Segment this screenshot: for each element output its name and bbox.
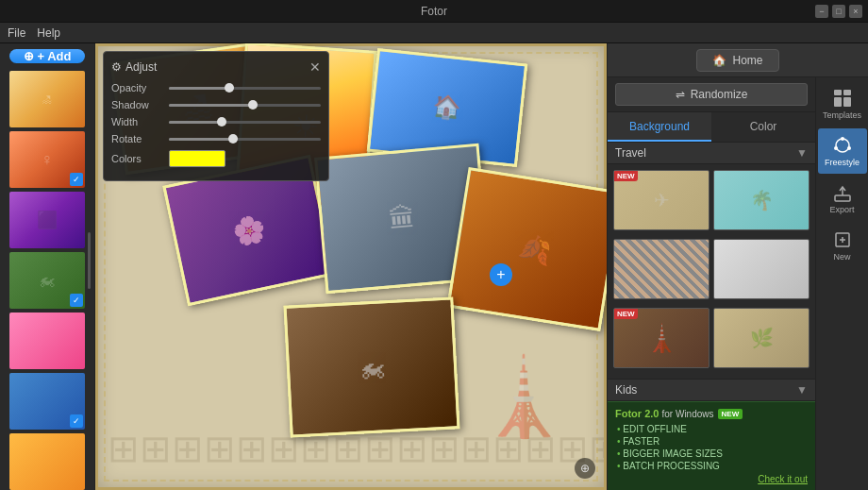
randomize-label: Randomize — [691, 88, 748, 101]
colors-label: Colors — [111, 153, 163, 164]
collage-photo[interactable]: 🍂 — [446, 167, 608, 331]
tab-color[interactable]: Color — [711, 112, 815, 142]
template-item[interactable]: 🌿 — [713, 308, 810, 368]
adjust-panel-header: ⚙ Adjust ✕ — [111, 59, 321, 75]
app-title: Fotor — [421, 5, 447, 18]
promo-features-list: EDIT OFFLINE FASTER BIGGER IMAGE SIZES B… — [615, 423, 808, 472]
home-button[interactable]: 🏠 Home — [696, 49, 778, 72]
menu-file[interactable]: File — [8, 26, 25, 40]
new-label: New — [833, 252, 850, 262]
add-label: + Add — [38, 49, 72, 63]
gear-icon: ⚙ — [111, 60, 122, 74]
chevron-down-icon: ▼ — [796, 146, 808, 160]
rotate-label: Rotate — [111, 133, 163, 144]
add-button[interactable]: ⊕ + Add — [9, 49, 85, 63]
template-item[interactable]: 🌴 — [713, 170, 810, 230]
zoom-button[interactable]: ⊕ — [575, 458, 595, 479]
promo-title-text: Fotor 2.0 for Windows — [615, 408, 714, 419]
export-label: Export — [829, 205, 854, 214]
category-selector[interactable]: Travel ▼ — [608, 143, 815, 164]
svg-rect-0 — [834, 90, 842, 95]
svg-rect-2 — [834, 97, 842, 107]
close-btn[interactable]: × — [849, 5, 862, 18]
add-photo-circle[interactable]: + — [490, 263, 512, 286]
freestyle-label: Freestyle — [825, 158, 860, 167]
shadow-row: Shadow — [111, 99, 321, 110]
shuffle-icon: ⇌ — [676, 88, 685, 101]
panel-tabs: Background Color — [608, 112, 815, 143]
colors-row: Colors — [111, 150, 321, 167]
tab-background[interactable]: Background — [608, 112, 711, 142]
photo-thumb[interactable]: 🏖 — [9, 71, 85, 127]
width-slider[interactable] — [169, 121, 321, 124]
title-bar: Fotor − □ × — [0, 0, 868, 23]
adjust-label: Adjust — [125, 60, 157, 74]
photo-thumb[interactable] — [9, 433, 85, 490]
promo-new-badge: NEW — [718, 409, 743, 419]
category-name: Travel — [615, 146, 646, 160]
main-layout: ⊕ + Add 🏖 ♀ ✓ ⬛ 🏍 ✓ ✓ — [0, 43, 868, 490]
photo-thumb[interactable]: 🏍 ✓ — [9, 252, 85, 309]
eiffel-decoration: 🗼 — [462, 322, 585, 473]
window-controls[interactable]: − □ × — [815, 5, 862, 18]
svg-point-4 — [836, 139, 849, 152]
templates-label: Templates — [823, 110, 861, 120]
opacity-row: Opacity — [111, 82, 321, 93]
left-sidebar: ⊕ + Add 🏖 ♀ ✓ ⬛ 🏍 ✓ ✓ — [0, 43, 94, 490]
photo-thumb[interactable] — [9, 313, 85, 369]
color-swatch[interactable] — [169, 150, 225, 167]
template-item[interactable]: NEW 🗼 — [613, 308, 709, 368]
svg-rect-1 — [843, 90, 851, 95]
svg-point-5 — [841, 137, 844, 141]
promo-feature: BIGGER IMAGE SIZES — [617, 448, 808, 460]
promo-feature: EDIT OFFLINE — [617, 423, 808, 435]
panel-main: ⇌ Randomize Background Color Travel — [608, 77, 868, 490]
svg-rect-8 — [835, 195, 850, 201]
home-label: Home — [732, 54, 762, 67]
template-item[interactable] — [713, 239, 810, 299]
templates-icon — [832, 88, 853, 109]
scroll-indicator — [88, 232, 91, 289]
width-label: Width — [111, 116, 163, 127]
adjust-close-button[interactable]: ✕ — [309, 59, 321, 75]
right-section: 🏠 Home ⇌ Randomize Backgro — [608, 43, 868, 490]
minimize-btn[interactable]: − — [815, 5, 828, 18]
photo-thumb[interactable]: ⬛ — [9, 192, 85, 248]
check-icon: ✓ — [70, 414, 83, 428]
freestyle-icon — [832, 135, 853, 156]
opacity-slider[interactable] — [169, 87, 321, 90]
promo-banner: Fotor 2.0 for Windows NEW EDIT OFFLINE F… — [608, 401, 815, 490]
export-icon — [832, 182, 853, 203]
category-selector-2[interactable]: Kids ▼ — [608, 379, 815, 401]
home-section: 🏠 Home — [615, 49, 860, 72]
sidebar-item-new[interactable]: New — [818, 223, 867, 268]
collage-photo[interactable]: 🏍 — [283, 296, 459, 437]
opacity-label: Opacity — [111, 82, 163, 93]
rotate-row: Rotate — [111, 133, 321, 144]
home-icon: 🏠 — [712, 54, 726, 67]
tab-background-label: Background — [629, 120, 690, 133]
sidebar-item-templates[interactable]: Templates — [818, 81, 867, 127]
chevron-down-icon-2: ▼ — [796, 383, 808, 397]
template-item[interactable]: NEW ✈ — [613, 170, 709, 230]
svg-rect-3 — [843, 97, 851, 107]
maximize-btn[interactable]: □ — [832, 5, 845, 18]
add-icon: ⊕ — [24, 49, 34, 63]
randomize-section: ⇌ Randomize — [608, 77, 815, 112]
template-item[interactable] — [613, 239, 709, 299]
menu-help[interactable]: Help — [37, 26, 60, 40]
check-out-link[interactable]: Check it out — [615, 474, 808, 484]
shadow-slider[interactable] — [169, 104, 321, 107]
check-icon: ✓ — [70, 173, 83, 186]
photo-thumb[interactable]: ✓ — [9, 373, 85, 430]
menu-bar: File Help — [0, 23, 868, 43]
randomize-button[interactable]: ⇌ Randomize — [615, 83, 808, 106]
shadow-label: Shadow — [111, 99, 163, 110]
sidebar-item-freestyle[interactable]: Freestyle — [818, 128, 867, 174]
new-icon — [832, 229, 853, 250]
rotate-slider[interactable] — [169, 138, 321, 141]
panel-content: ⇌ Randomize Background Color Travel — [608, 77, 815, 490]
photo-thumb[interactable]: ♀ ✓ — [9, 131, 85, 188]
tab-color-label: Color — [750, 120, 777, 133]
sidebar-item-export[interactable]: Export — [818, 176, 867, 221]
